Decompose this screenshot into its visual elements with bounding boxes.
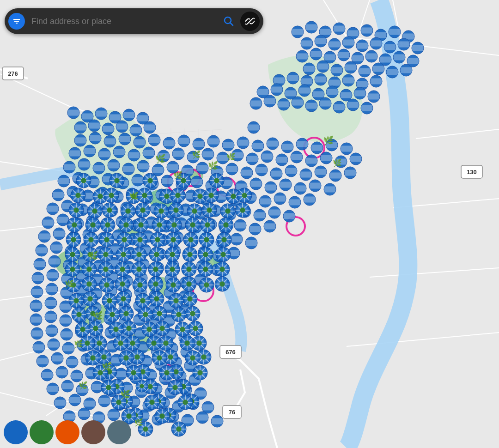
- svg-line-85: [230, 23, 233, 25]
- svg-text:676: 676: [225, 349, 236, 356]
- svg-point-18: [148, 189, 176, 208]
- legend-item-green[interactable]: [30, 420, 54, 444]
- svg-point-21: [202, 251, 223, 266]
- legend-item-brown[interactable]: [81, 420, 105, 444]
- legend-item-orange[interactable]: [55, 420, 79, 444]
- map-container[interactable]: 276 130 676 76: [0, 0, 499, 448]
- svg-point-19: [185, 169, 203, 182]
- legend-item-gray[interactable]: [107, 420, 131, 444]
- map-background: 276 130 676 76: [0, 0, 499, 448]
- search-bar: [5, 8, 263, 34]
- svg-point-24: [129, 332, 157, 352]
- svg-rect-0: [0, 0, 499, 448]
- legend: [0, 417, 135, 448]
- svg-point-22: [149, 277, 175, 296]
- link-button[interactable]: [240, 12, 260, 31]
- svg-text:130: 130: [467, 169, 477, 176]
- search-button[interactable]: [219, 12, 238, 31]
- search-input[interactable]: [28, 17, 219, 26]
- svg-line-86: [249, 20, 251, 22]
- dropdown-button[interactable]: [8, 13, 25, 30]
- svg-point-23: [76, 303, 109, 326]
- legend-item-blue[interactable]: [4, 420, 28, 444]
- svg-point-25: [55, 249, 92, 277]
- svg-text:276: 276: [8, 70, 18, 77]
- svg-text:76: 76: [229, 409, 235, 416]
